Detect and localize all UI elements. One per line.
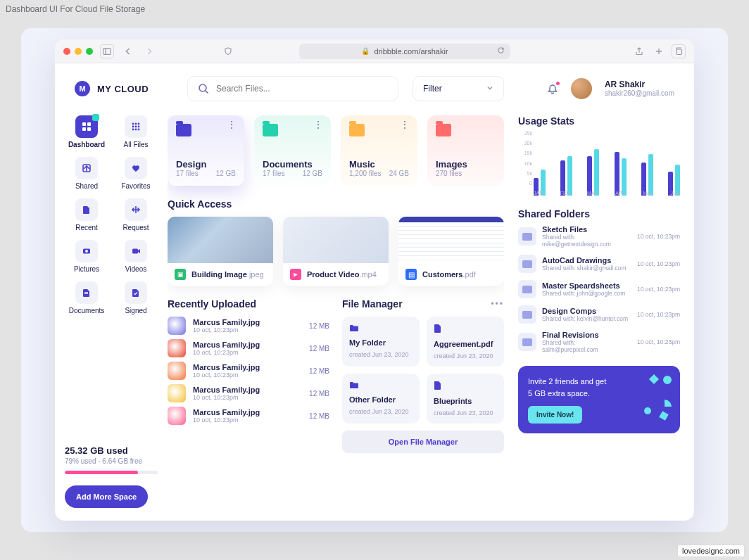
chart-bar-group [615,152,627,196]
new-tab-icon[interactable] [652,44,666,58]
file-manager-item[interactable]: Blueprintscreated Jun 23, 2020 [427,374,504,424]
category-title: Documents [263,159,322,170]
sidebar-item-documents[interactable]: Documents [65,281,108,314]
chart-y-tick: 15k [518,151,532,155]
maximize-window-icon[interactable] [86,48,93,55]
category-card-music[interactable]: ⋮Music1,200 files24 GB [341,115,417,186]
chart-bar-group [587,149,599,196]
forward-icon[interactable] [142,44,156,58]
shared-folders-title: Shared Folders [518,208,680,219]
search-input[interactable] [216,84,388,94]
category-size: 12 GB [303,170,322,177]
sidebar-toggle-icon[interactable] [100,44,114,58]
chart-x-label: MAY [643,191,653,196]
sidebar-item-videos[interactable]: Videos [114,240,158,273]
quick-access-card[interactable]: ▣Building Image.jpeg [168,217,273,286]
file-manager-more-icon[interactable]: ••• [491,299,504,309]
dashboard-icon [75,115,98,138]
file-date: 10 oct, 10:23pm [193,394,302,401]
category-card-images[interactable]: Images270 files [427,115,504,186]
svg-point-16 [138,126,140,128]
brand-name: MY CLOUD [97,84,149,94]
svg-rect-7 [82,122,86,126]
invite-line2: 5 GB extra space. [528,389,590,397]
quick-access-card[interactable]: ▤Customers.pdf [398,217,504,286]
shared-folder-row[interactable]: Design CompsShared with: kelvin@hunter.c… [518,305,680,324]
minimize-window-icon[interactable] [75,48,82,55]
address-bar[interactable]: 🔒 dribbble.com/arshakir [299,44,510,59]
sidebar-item-signed[interactable]: Signed [114,281,158,314]
file-name: Marcus Family.jpg [193,408,302,416]
chart-bar-group [641,154,653,196]
svg-rect-9 [82,127,86,131]
avatar[interactable] [571,78,592,99]
file-date: 10 oct, 10:23pm [193,326,302,333]
quick-access-title: Quick Access [168,198,504,210]
svg-point-14 [132,126,134,128]
category-card-design[interactable]: ⋮Design17 files12 GB [168,115,244,186]
sidebar-item-dashboard[interactable]: Dashboard [65,115,108,148]
search-icon [198,83,209,94]
sidebar-item-label: Pictures [74,265,99,273]
shared-folders-section: Shared Folders Sketch FilesShared with: … [518,208,680,353]
notifications-icon[interactable] [547,83,558,94]
recent-upload-row[interactable]: Marcus Family.jpg10 oct, 10:23pm12 MB [168,339,329,357]
spreadsheet-icon: ▤ [405,269,417,280]
category-card-documents[interactable]: ⋮Documents17 files12 GB [254,115,331,186]
invite-button[interactable]: Invite Now! [528,406,582,424]
file-manager-item-date: created Jun 23, 2020 [349,408,413,415]
shared-folder-sub: Shared with: mike@getnextdesign.com [542,234,631,248]
file-manager-item[interactable]: Aggreement.pdfcreated Jun 23, 2020 [427,317,504,367]
recent-upload-row[interactable]: Marcus Family.jpg10 oct, 10:23pm12 MB [168,362,329,380]
svg-rect-27 [84,293,88,294]
sidebar-item-request[interactable]: Request [114,198,158,231]
folder-icon [349,124,365,136]
app-header: M MY CLOUD Filter [55,63,694,108]
sidebar-item-recent[interactable]: Recent [65,198,108,231]
shared-folder-name: Final Revisions [542,331,631,339]
category-files: 270 files [436,170,462,177]
open-file-manager-button[interactable]: Open File Manager [342,431,504,453]
recent-upload-row[interactable]: Marcus Family.jpg10 oct, 10:23pm12 MB [168,407,329,425]
shield-icon[interactable] [221,44,235,58]
sidebar-item-favorites[interactable]: Favorites [114,157,158,190]
shared-folder-row[interactable]: Final RevisionsShared with: salm@purepix… [518,331,680,353]
sidebar-item-all-files[interactable]: All Files [114,115,158,148]
filter-dropdown[interactable]: Filter [413,76,504,101]
share-icon[interactable] [632,44,646,58]
quick-access-name: Product Video.mp4 [307,270,377,279]
browser-window: 🔒 dribbble.com/arshakir [55,39,694,521]
notification-dot-icon [556,82,560,85]
category-more-icon[interactable]: ⋮ [400,122,410,127]
shared-folder-row[interactable]: AutoCad DrawingsShared with: shakir@gmai… [518,255,680,273]
category-more-icon[interactable]: ⋮ [227,122,237,127]
chart-y-tick: 0 [518,181,532,186]
back-icon[interactable] [121,44,135,58]
quick-access-thumbnail [398,217,504,263]
category-more-icon[interactable]: ⋮ [313,122,324,127]
category-size: 24 GB [389,170,409,177]
quick-access-card[interactable]: ►Product Video.mp4 [283,217,389,286]
sidebar-item-pictures[interactable]: Pictures [65,240,108,273]
sidebar-item-shared[interactable]: Shared [65,157,108,190]
shared-folder-row[interactable]: Master SpeardsheetsShared with: john@goo… [518,280,680,298]
brand-mark: M [75,81,90,96]
file-thumbnail [168,362,186,380]
file-manager-item[interactable]: My Foldercreated Jun 23, 2020 [342,317,420,367]
recent-upload-row[interactable]: Marcus Family.jpg10 oct, 10:23pm12 MB [168,317,329,335]
svg-point-11 [132,123,134,125]
shared-folder-row[interactable]: Sketch FilesShared with: mike@getnextdes… [518,225,680,248]
brand[interactable]: M MY CLOUD [75,81,173,96]
chart-y-tick: 10k [518,161,532,166]
shared-folder-time: 10 oct, 10:23pm [637,338,680,345]
tabs-overview-icon[interactable] [672,44,686,58]
reload-icon[interactable] [497,46,505,56]
chart-x-label: JAN [534,191,543,196]
search-input-wrap[interactable] [187,76,398,101]
user-meta[interactable]: AR Shakir shakir260@gmail.com [605,79,674,98]
add-space-button[interactable]: Add More Space [65,485,148,508]
file-manager-item[interactable]: Other Foldercreated Jun 23, 2020 [342,374,420,424]
recent-upload-row[interactable]: Marcus Family.jpg10 oct, 10:23pm12 MB [168,384,329,402]
close-window-icon[interactable] [63,48,70,55]
sidebar-item-label: All Files [123,141,148,148]
